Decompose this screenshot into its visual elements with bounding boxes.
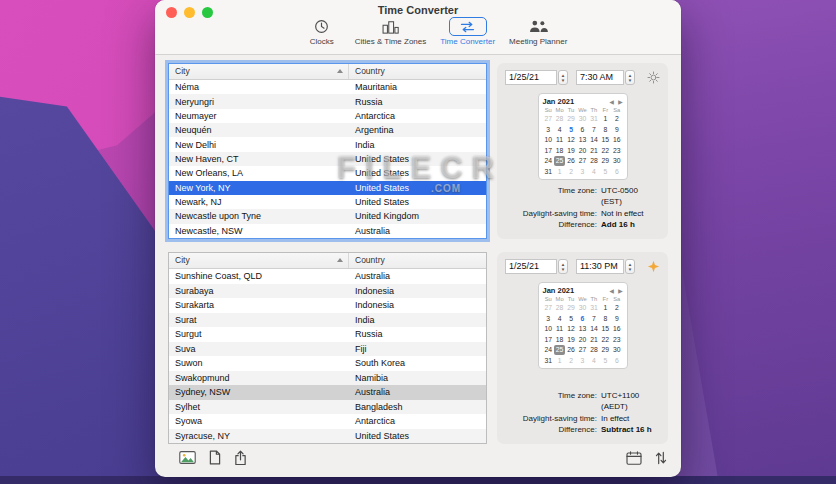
document-button[interactable] [209,450,221,465]
calendar-day[interactable]: 29 [565,114,576,124]
calendar-day[interactable]: 3 [543,314,554,324]
calendar-day[interactable]: 5 [565,314,576,324]
calendar-day[interactable]: 8 [600,125,611,135]
calendar-day[interactable]: 12 [565,135,576,145]
calendar-day[interactable]: 9 [611,314,622,324]
calendar-day[interactable]: 6 [611,356,622,366]
calendar-day[interactable]: 12 [565,324,576,334]
calendar-day[interactable]: 6 [577,314,588,324]
date-field[interactable]: 1/25/21 [505,70,557,85]
calendar-day[interactable]: 20 [577,335,588,345]
calendar-day[interactable]: 29 [565,303,576,313]
calendar-day[interactable]: 25 [554,345,565,355]
calendar-day[interactable]: 11 [554,135,565,145]
close-button[interactable] [166,7,177,18]
calendar-day[interactable]: 31 [588,303,599,313]
time-field[interactable]: 11:30 PM [576,259,624,274]
table-row[interactable]: SurgutRussia [169,327,486,342]
calendar-day[interactable]: 2 [565,356,576,366]
calendar-day[interactable]: 14 [588,324,599,334]
city-table[interactable]: City Country NémaMauritaniaNeryungriRuss… [168,63,487,239]
table-row[interactable]: NeumayerAntarctica [169,109,486,123]
calendar-day[interactable]: 29 [600,156,611,166]
calendar-day[interactable]: 30 [577,303,588,313]
table-row[interactable]: New Haven, CTUnited States [169,152,486,166]
calendar-day[interactable]: 9 [611,125,622,135]
calendar-next-button[interactable]: ▶ [618,288,622,294]
calendar-day[interactable]: 25 [554,156,565,166]
time-field[interactable]: 7:30 AM [576,70,624,85]
calendar-day[interactable]: 23 [611,146,622,156]
toolbar-item-clocks[interactable]: Clocks [303,17,341,46]
time-stepper[interactable]: ▲▼ [625,259,635,274]
calendar-day[interactable]: 21 [588,146,599,156]
calendar-day[interactable]: 22 [600,146,611,156]
calendar-day[interactable]: 1 [600,114,611,124]
calendar-day[interactable]: 1 [554,167,565,177]
calendar-day[interactable]: 8 [600,314,611,324]
calendar-day[interactable]: 17 [543,146,554,156]
calendar-day[interactable]: 3 [577,167,588,177]
calendar-day[interactable]: 4 [588,356,599,366]
calendar-day[interactable]: 5 [600,356,611,366]
calendar-day[interactable]: 4 [554,125,565,135]
calendar-day[interactable]: 7 [588,125,599,135]
calendar-day[interactable]: 4 [588,167,599,177]
calendar-day[interactable]: 27 [543,114,554,124]
minimize-button[interactable] [184,7,195,18]
calendar-day[interactable]: 2 [611,114,622,124]
calendar-next-button[interactable]: ▶ [618,99,622,105]
calendar-day[interactable]: 14 [588,135,599,145]
city-table[interactable]: City Country Sunshine Coast, QLDAustrali… [168,252,487,444]
table-row[interactable]: SuratIndia [169,313,486,328]
calendar-day[interactable]: 17 [543,335,554,345]
table-row[interactable]: SuvaFiji [169,342,486,357]
column-header-country[interactable]: Country [349,253,486,268]
table-row[interactable]: NeryungriRussia [169,94,486,108]
calendar-day[interactable]: 27 [577,345,588,355]
table-row[interactable]: SurabayaIndonesia [169,284,486,299]
table-row[interactable]: SyowaAntarctica [169,414,486,429]
calendar-day[interactable]: 28 [588,156,599,166]
calendar-day[interactable]: 18 [554,146,565,156]
calendar-day[interactable]: 26 [565,156,576,166]
calendar-prev-button[interactable]: ◀ [610,99,614,105]
calendar-day[interactable]: 18 [554,335,565,345]
toolbar-item-time-converter[interactable]: Time Converter [440,17,495,46]
calendar-day[interactable]: 19 [565,146,576,156]
table-row[interactable]: SurakartaIndonesia [169,298,486,313]
calendar-day[interactable]: 6 [577,125,588,135]
calendar-day[interactable]: 15 [600,324,611,334]
calendar-day[interactable]: 28 [588,345,599,355]
table-row[interactable]: NeuquénArgentina [169,123,486,137]
calendar-day[interactable]: 13 [577,324,588,334]
share-button[interactable] [234,450,247,466]
calendar-day[interactable]: 3 [577,356,588,366]
calendar-day[interactable]: 20 [577,146,588,156]
calendar-day[interactable]: 30 [611,156,622,166]
calendar-day[interactable]: 10 [543,324,554,334]
calendar-day[interactable]: 27 [543,303,554,313]
calendar-day[interactable]: 5 [600,167,611,177]
table-row[interactable]: NémaMauritania [169,80,486,94]
column-header-city[interactable]: City [169,64,349,79]
calendar-day[interactable]: 16 [611,135,622,145]
calendar-day[interactable]: 7 [588,314,599,324]
column-header-country[interactable]: Country [349,64,486,79]
calendar-day[interactable]: 31 [588,114,599,124]
toolbar-item-meeting-planner[interactable]: Meeting Planner [509,17,567,46]
table-row[interactable]: New Orleans, LAUnited States [169,166,486,180]
calendar-day[interactable]: 2 [611,303,622,313]
table-row[interactable]: Newcastle upon TyneUnited Kingdom [169,209,486,223]
swap-arrows-button[interactable] [655,451,667,465]
calendar-button[interactable] [626,451,642,465]
calendar-day[interactable]: 22 [600,335,611,345]
calendar-day[interactable]: 29 [600,345,611,355]
calendar-day[interactable]: 19 [565,335,576,345]
calendar-day[interactable]: 5 [565,125,576,135]
toolbar-item-cities-time-zones[interactable]: Cities & Time Zones [355,17,427,46]
column-header-city[interactable]: City [169,253,349,268]
calendar-day[interactable]: 1 [600,303,611,313]
zoom-button[interactable] [202,7,213,18]
calendar-day[interactable]: 13 [577,135,588,145]
